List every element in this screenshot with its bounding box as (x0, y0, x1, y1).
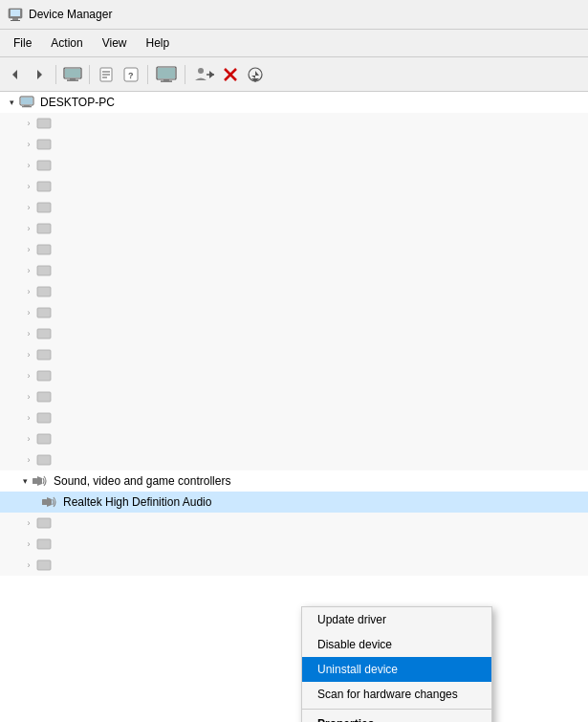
expand-a3: › (21, 558, 36, 573)
context-update-driver[interactable]: Update driver (302, 607, 491, 632)
tree-item-4[interactable]: › (0, 176, 588, 197)
help-button[interactable]: ? (120, 63, 142, 86)
tree-item-7[interactable]: › (0, 239, 588, 260)
context-scan-hardware[interactable]: Scan for hardware changes (302, 682, 491, 707)
menu-file[interactable]: File (4, 33, 41, 54)
tree-item-10[interactable]: › (0, 302, 588, 323)
sound-controllers-label: Sound, video and game controllers (54, 474, 230, 488)
context-uninstall-device[interactable]: Uninstall device (302, 657, 491, 682)
menu-action[interactable]: Action (41, 33, 92, 54)
item-icon-8 (36, 263, 52, 278)
svg-rect-39 (37, 266, 51, 275)
uninstall-icon (223, 67, 238, 82)
menu-view[interactable]: View (93, 33, 137, 54)
expand-9: › (21, 284, 36, 299)
tree-item-3[interactable]: › (0, 155, 588, 176)
scan-icon (247, 66, 264, 83)
expand-15: › (21, 410, 36, 426)
computer-icon (63, 67, 82, 82)
context-properties[interactable]: Properties (302, 711, 491, 722)
item-icon-9 (36, 284, 52, 299)
context-menu: Update driver Disable device Uninstall d… (301, 606, 492, 722)
tree-item-5[interactable]: › (0, 197, 588, 218)
item-icon-6 (36, 221, 52, 236)
monitor-button[interactable] (153, 63, 180, 86)
menu-help[interactable]: Help (137, 33, 180, 54)
computer-tree-icon (19, 95, 34, 110)
item-icon-2 (36, 137, 52, 152)
scan-button[interactable] (244, 63, 267, 86)
svg-rect-18 (163, 79, 169, 81)
svg-rect-9 (67, 79, 78, 80)
tree-item-1[interactable]: › (0, 113, 588, 134)
item-label-a1 (55, 516, 110, 530)
item-label-3 (55, 159, 113, 172)
item-icon-13 (36, 368, 52, 383)
tree-item-17[interactable]: › (0, 449, 588, 470)
expand-root: ▾ (4, 95, 19, 110)
tree-item-8[interactable]: › (0, 260, 588, 281)
svg-rect-44 (37, 371, 51, 381)
tree-item-13[interactable]: › (0, 365, 588, 386)
svg-rect-19 (161, 80, 172, 81)
svg-text:?: ? (128, 71, 134, 80)
toolbar-sep-1 (55, 65, 56, 84)
svg-marker-4 (12, 70, 17, 79)
item-label-1 (55, 118, 114, 129)
expand-a1: › (21, 515, 36, 531)
item-label-5 (55, 201, 106, 214)
item-label-6 (55, 222, 116, 235)
svg-marker-52 (47, 497, 52, 507)
svg-rect-34 (37, 161, 51, 170)
item-icon-15 (36, 410, 52, 426)
svg-rect-32 (37, 119, 51, 128)
tree-item-16[interactable]: › (0, 428, 588, 449)
tree-item-12[interactable]: › (0, 344, 588, 365)
tree-sound-controllers[interactable]: ▾ Sound, video and game controllers (0, 470, 588, 492)
expand-14: › (21, 389, 36, 405)
expand-7: › (21, 242, 36, 257)
tree-item-6[interactable]: › (0, 218, 588, 239)
tree-item-9[interactable]: › (0, 281, 588, 302)
tree-realtek[interactable]: Realtek High Definition Audio (0, 492, 588, 513)
toolbar-sep-2 (89, 65, 90, 84)
svg-rect-29 (21, 98, 33, 104)
tree-item-14[interactable]: › (0, 386, 588, 407)
tree-item-2[interactable]: › (0, 134, 588, 155)
expand-3: › (21, 158, 36, 173)
tree-after-1[interactable]: › (0, 513, 588, 534)
item-label-4 (55, 180, 87, 193)
svg-rect-54 (37, 539, 51, 549)
toolbar-sep-3 (147, 65, 148, 84)
svg-rect-2 (12, 18, 18, 20)
expand-17: › (21, 452, 36, 468)
tree-item-11[interactable]: › (0, 323, 588, 344)
context-disable-device[interactable]: Disable device (302, 632, 491, 657)
tree-root[interactable]: ▾ DESKTOP-PC (0, 92, 588, 113)
forward-button[interactable] (28, 63, 51, 86)
item-label-7 (55, 243, 100, 256)
computer-button[interactable] (61, 63, 84, 86)
item-label-8 (55, 264, 91, 277)
item-icon-17 (36, 452, 52, 468)
expand-8: › (21, 263, 36, 278)
item-label-16 (55, 432, 97, 446)
uninstall-button[interactable] (219, 63, 242, 86)
expand-sound: ▾ (17, 473, 33, 489)
item-icon-12 (36, 347, 52, 362)
back-button[interactable] (4, 63, 27, 86)
expand-2: › (21, 137, 36, 152)
main-area: ▾ DESKTOP-PC › › (0, 92, 588, 722)
item-label-12 (55, 348, 97, 361)
app-icon (8, 7, 23, 22)
tree-item-15[interactable]: › (0, 407, 588, 428)
tree-panel[interactable]: ▾ DESKTOP-PC › › (0, 92, 588, 722)
title-bar: Device Manager (0, 0, 588, 30)
svg-point-20 (198, 68, 204, 74)
svg-rect-40 (37, 287, 51, 296)
properties-button[interactable] (95, 63, 118, 86)
tree-after-3[interactable]: › (0, 555, 588, 576)
update-driver-button[interactable] (190, 63, 217, 86)
tree-after-2[interactable]: › (0, 534, 588, 555)
expand-4: › (21, 179, 36, 194)
